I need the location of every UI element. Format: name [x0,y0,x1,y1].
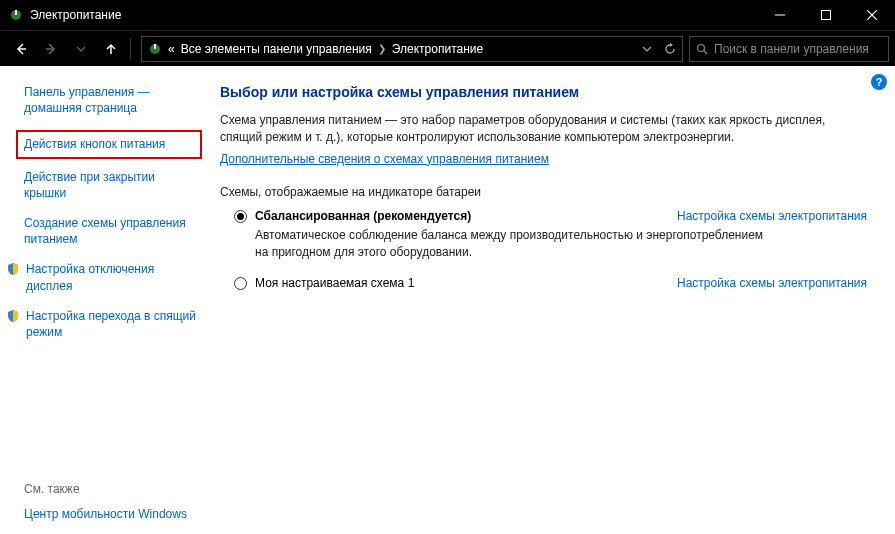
address-bar[interactable]: « Все элементы панели управления ❯ Элект… [141,36,683,62]
page-heading: Выбор или настройка схемы управления пит… [220,84,867,100]
plan-settings-link[interactable]: Настройка схемы электропитания [677,276,867,290]
search-placeholder: Поиск в панели управления [714,42,869,56]
page-description: Схема управления питанием — это набор па… [220,112,867,147]
main-panel: Выбор или настройка схемы управления пит… [210,66,895,534]
app-icon-small [148,42,162,56]
chevron-down-icon[interactable] [642,44,652,54]
sidebar-item-sleep[interactable]: Настройка перехода в спящий режим [6,308,198,340]
sidebar-item-lid-close[interactable]: Действие при закрытии крышки [24,169,198,201]
minimize-button[interactable] [757,0,803,30]
sidebar-item-create-plan[interactable]: Создание схемы управления питанием [24,215,198,247]
more-info-link[interactable]: Дополнительные сведения о схемах управле… [220,152,549,166]
chevron-right-icon: ❯ [378,43,386,54]
help-icon[interactable]: ? [871,74,887,90]
search-input[interactable]: Поиск в панели управления [689,36,889,62]
sidebar: Панель управления — домашняя страница Де… [0,66,210,534]
sidebar-item-label: Настройка перехода в спящий режим [26,308,198,340]
forward-button[interactable] [36,34,66,64]
sidebar-item-display-off[interactable]: Настройка отключения дисплея [6,261,198,293]
plan-settings-link[interactable]: Настройка схемы электропитания [677,209,867,223]
breadcrumb-level2[interactable]: Электропитание [392,42,483,56]
svg-rect-10 [154,44,156,49]
sidebar-item-label: Настройка отключения дисплея [26,261,198,293]
svg-rect-3 [822,11,831,20]
control-panel-home-link[interactable]: Панель управления — домашняя страница [24,84,198,116]
plan-name[interactable]: Моя настраиваемая схема 1 [255,276,414,290]
svg-line-12 [704,51,707,54]
navbar: « Все элементы панели управления ❯ Элект… [0,30,895,66]
back-button[interactable] [6,34,36,64]
mobility-center-link[interactable]: Центр мобильности Windows [24,506,198,522]
breadcrumb-prefix: « [168,42,175,56]
up-button[interactable] [96,34,126,64]
content: ? Панель управления — домашняя страница … [0,66,895,534]
power-plan-row: Сбалансированная (рекомендуется) Настрой… [234,209,867,223]
sidebar-item-power-buttons[interactable]: Действия кнопок питания [16,130,202,158]
refresh-button[interactable] [664,43,676,55]
svg-rect-1 [15,10,17,15]
app-icon [8,7,24,23]
window-title: Электропитание [30,8,121,22]
plan-radio-custom[interactable] [234,277,247,290]
search-icon [696,43,708,55]
plan-radio-balanced[interactable] [234,210,247,223]
svg-point-11 [698,44,705,51]
plan-description: Автоматическое соблюдение баланса между … [255,227,775,261]
titlebar: Электропитание [0,0,895,30]
shield-icon [6,262,20,276]
breadcrumb-level1[interactable]: Все элементы панели управления [181,42,372,56]
see-also-heading: См. также [24,482,198,496]
shield-icon [6,309,20,323]
recent-dropdown[interactable] [66,34,96,64]
plan-name[interactable]: Сбалансированная (рекомендуется) [255,209,471,223]
close-button[interactable] [849,0,895,30]
power-plan-row: Моя настраиваемая схема 1 Настройка схем… [234,276,867,290]
maximize-button[interactable] [803,0,849,30]
plans-section-heading: Схемы, отображаемые на индикаторе батаре… [220,185,867,199]
